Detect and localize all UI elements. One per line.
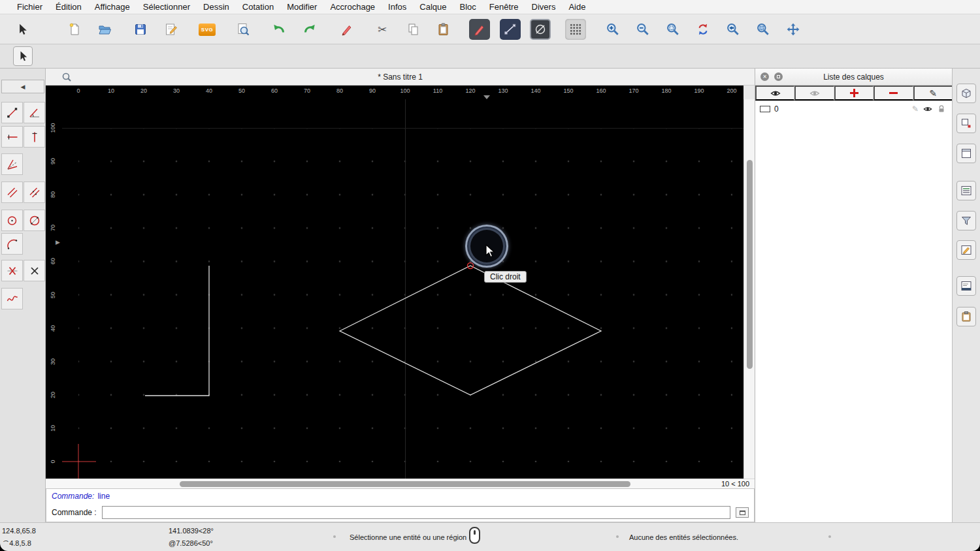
add-layer-button[interactable]: [834, 86, 874, 101]
hide-all-layers-button[interactable]: [794, 86, 834, 101]
polar-absolute: 141.0839<28°: [169, 527, 214, 535]
zoom-window-button[interactable]: [753, 19, 774, 40]
menu-item-calque[interactable]: Calque: [413, 0, 453, 14]
vertical-scrollbar-thumb[interactable]: [747, 160, 753, 369]
menu-item-affichage[interactable]: Affichage: [88, 0, 137, 14]
zoom-in-button[interactable]: [602, 19, 623, 40]
tool-line-angle-button[interactable]: [24, 102, 45, 123]
funnel-icon: [960, 214, 973, 227]
drawing-canvas[interactable]: Clic droit: [62, 99, 743, 479]
menu-item-fenetre[interactable]: Fenêtre: [483, 0, 525, 14]
new-file-button[interactable]: [64, 19, 85, 40]
dock-layers-button[interactable]: [956, 114, 976, 133]
ruler-h-label: 120: [462, 87, 479, 94]
mouse-cursor-icon: [485, 244, 498, 260]
svg-export-button[interactable]: SVG: [197, 19, 218, 40]
menu-item-accrochage[interactable]: Accrochage: [323, 0, 382, 14]
command-prompt-label: Commande :: [52, 508, 97, 517]
tool-circle-2p-button[interactable]: [24, 210, 45, 231]
vertical-scrollbar[interactable]: [743, 99, 755, 479]
menu-item-cotation[interactable]: Cotation: [236, 0, 280, 14]
tool-arc-button[interactable]: [1, 233, 23, 255]
menu-item-infos[interactable]: Infos: [382, 0, 413, 14]
redo-button[interactable]: [299, 19, 320, 40]
line-attributes-button[interactable]: [500, 19, 521, 40]
tool-line-vertical-button[interactable]: [24, 126, 45, 148]
save-file-button[interactable]: [130, 19, 151, 40]
dock-block-button[interactable]: [956, 84, 976, 103]
horizontal-scrollbar[interactable]: 10 < 100: [46, 479, 755, 488]
open-file-button[interactable]: [94, 19, 115, 40]
select-tool-button[interactable]: [12, 19, 33, 40]
pencil-icon: ✎: [929, 88, 937, 99]
dock-list-button[interactable]: [956, 181, 976, 200]
tool-divide-button[interactable]: [1, 260, 23, 281]
undo-icon: [272, 22, 286, 37]
menu-item-edition[interactable]: Édition: [49, 0, 88, 14]
collapse-left-icon: ◀: [21, 84, 25, 90]
zoom-out-button[interactable]: [632, 19, 653, 40]
pen-button[interactable]: [336, 19, 357, 40]
paste-button[interactable]: [433, 19, 454, 40]
select-option-button[interactable]: [13, 46, 33, 66]
menu-item-dessin[interactable]: Dessin: [197, 0, 236, 14]
edit-drawing-button[interactable]: [161, 19, 182, 40]
zoom-redraw-button[interactable]: [693, 19, 713, 40]
cut-button[interactable]: ✂: [372, 19, 393, 40]
layer-edit-icon[interactable]: ✎: [912, 104, 919, 114]
layer-lock-icon[interactable]: [937, 104, 946, 114]
undo-button[interactable]: [269, 19, 289, 40]
mouse-icon: [469, 527, 480, 544]
panel-expander-button[interactable]: ▶: [54, 237, 62, 247]
menu-item-selectionner[interactable]: Sélectionner: [137, 0, 197, 14]
tool-circle-button[interactable]: [1, 210, 23, 231]
menu-item-bloc[interactable]: Bloc: [453, 0, 482, 14]
sidebar-collapse-button[interactable]: ◀: [1, 80, 44, 93]
remove-layer-button[interactable]: [874, 86, 913, 101]
command-input[interactable]: [102, 506, 730, 519]
dock-filter-button[interactable]: [956, 211, 976, 230]
cube-icon: [960, 87, 973, 100]
tool-line-button[interactable]: [1, 102, 23, 123]
tool-options-toolbar: [0, 44, 980, 69]
copy-button[interactable]: [403, 19, 424, 40]
grid-dots-icon: [570, 24, 581, 35]
tool-delete-button[interactable]: [24, 260, 45, 281]
tool-line-bisector-button[interactable]: [1, 153, 23, 175]
zoom-previous-icon: [726, 22, 740, 37]
command-detach-button[interactable]: [736, 507, 749, 518]
mouse-hint: Sélectionne une entité ou une région: [350, 533, 466, 541]
edit-layer-button[interactable]: ✎: [913, 86, 952, 101]
pan-arrows-icon: [786, 22, 800, 37]
layer-visible-icon[interactable]: [923, 104, 932, 114]
dock-clipboard-button[interactable]: [956, 307, 976, 326]
menu-item-aide[interactable]: Aide: [562, 0, 592, 14]
zoom-pan-button[interactable]: [783, 19, 804, 40]
coordinate-absolute: 124.8,65.8: [2, 527, 36, 535]
layers-panel: ✕ Liste des calques ✎ 0 ✎: [755, 69, 952, 522]
dock-command-button[interactable]: [956, 276, 976, 296]
clipboard-icon: [436, 22, 451, 37]
menu-item-divers[interactable]: Divers: [525, 0, 563, 14]
tool-line-parallel-distance-button[interactable]: [24, 181, 45, 203]
zoom-in-icon: [606, 22, 620, 37]
tool-line-parallel-button[interactable]: [1, 181, 23, 203]
pen-attributes-button[interactable]: [469, 19, 490, 40]
layer-row[interactable]: 0 ✎: [755, 102, 952, 116]
circle-slash-button[interactable]: [530, 19, 551, 40]
grid-toggle-button[interactable]: [565, 19, 586, 40]
zoom-previous-button[interactable]: [723, 19, 743, 40]
dock-pencil-button[interactable]: [956, 240, 976, 260]
menu-item-modifier[interactable]: Modifier: [280, 0, 323, 14]
dock-panel-button[interactable]: [956, 144, 976, 163]
horizontal-scrollbar-thumb[interactable]: [180, 481, 630, 487]
tool-line-horizontal-button[interactable]: [1, 126, 23, 148]
layer-name: 0: [774, 104, 779, 114]
show-all-layers-button[interactable]: [755, 86, 794, 101]
zoom-auto-button[interactable]: [662, 19, 683, 40]
print-preview-button[interactable]: [233, 19, 253, 40]
tool-spline-button[interactable]: [1, 288, 23, 309]
menu-item-fichier[interactable]: Fichier: [10, 0, 49, 14]
ruler-vertical: 1101009080706050403020100: [46, 99, 62, 479]
cursor-icon: [16, 50, 29, 63]
